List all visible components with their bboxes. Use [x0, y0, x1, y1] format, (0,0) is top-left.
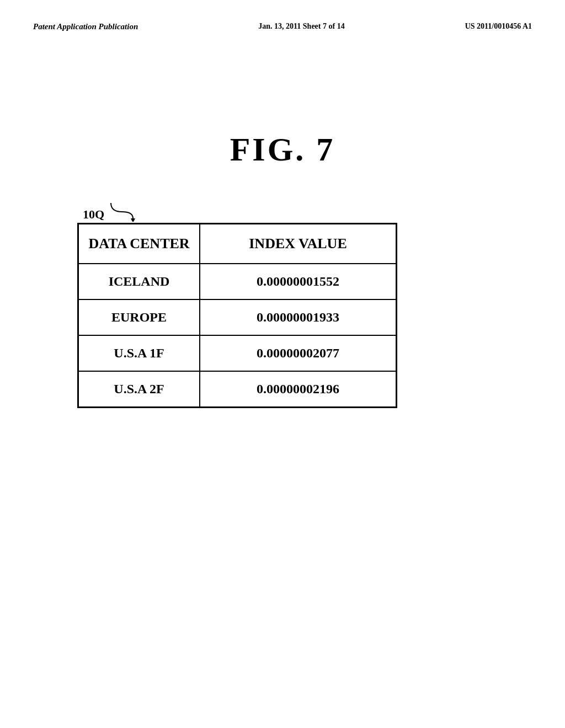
- reference-arrow: [105, 202, 144, 222]
- table-body: ICELAND0.00000001552EUROPE0.00000001933U…: [79, 264, 396, 406]
- reference-label: 10Q: [83, 207, 104, 222]
- figure-title: FIG. 7: [33, 131, 532, 169]
- table-cell-datacenter: EUROPE: [79, 300, 200, 335]
- data-table: DATA CENTER INDEX VALUE ICELAND0.0000000…: [77, 223, 397, 408]
- header-right: US 2011/0010456 A1: [465, 22, 532, 31]
- table-header-col1: DATA CENTER: [79, 224, 200, 263]
- table-header-col2: INDEX VALUE: [200, 224, 396, 263]
- table-cell-indexvalue: 0.00000001933: [200, 300, 396, 335]
- page-header: Patent Application Publication Jan. 13, …: [33, 22, 532, 31]
- table-row: U.S.A 2F0.00000002196: [79, 372, 396, 406]
- table-row: ICELAND0.00000001552: [79, 264, 396, 300]
- table-header-row: DATA CENTER INDEX VALUE: [79, 224, 396, 264]
- table-row: U.S.A 1F0.00000002077: [79, 336, 396, 372]
- header-left: Patent Application Publication: [33, 22, 138, 31]
- table-cell-datacenter: U.S.A 1F: [79, 336, 200, 371]
- svg-marker-0: [131, 218, 135, 222]
- table-cell-indexvalue: 0.00000002077: [200, 336, 396, 371]
- table-cell-datacenter: ICELAND: [79, 264, 200, 299]
- table-cell-indexvalue: 0.00000001552: [200, 264, 396, 299]
- table-row: EUROPE0.00000001933: [79, 300, 396, 336]
- page: Patent Application Publication Jan. 13, …: [0, 0, 565, 728]
- table-cell-datacenter: U.S.A 2F: [79, 372, 200, 406]
- header-center: Jan. 13, 2011 Sheet 7 of 14: [258, 22, 344, 31]
- table-cell-indexvalue: 0.00000002196: [200, 372, 396, 406]
- diagram-container: 10Q DATA CENTER INDEX VALUE ICELAND0.000…: [77, 202, 532, 408]
